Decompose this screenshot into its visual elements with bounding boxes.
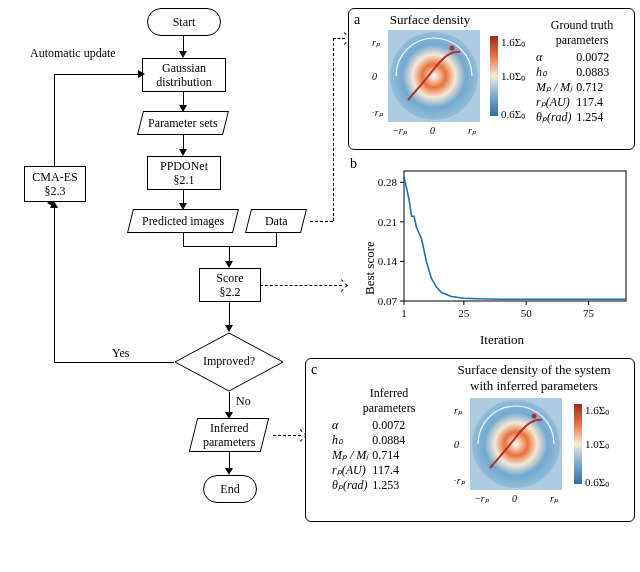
cmaes-node: CMA-ES §2.3 — [24, 166, 86, 202]
cbar-a-2: 0.6Σ₀ — [501, 108, 525, 121]
arrow — [183, 246, 277, 247]
decision-label: Improved? — [174, 354, 284, 369]
table-c: Inferred parameters α0.0072 h₀0.0884 Mₚ … — [330, 386, 448, 493]
gaussian-label: Gaussian distribution — [156, 61, 211, 90]
heatmap-a: rₚ 0 −rₚ −rₚ 0 rₚ — [372, 30, 490, 142]
heatmap-c: rₚ 0 −rₚ −rₚ 0 rₚ — [454, 398, 572, 510]
dash — [310, 221, 333, 222]
svg-text:75: 75 — [583, 307, 595, 319]
colorbar-c — [574, 404, 582, 484]
panel-c-letter: c — [311, 362, 317, 378]
params-label: Parameter sets — [148, 116, 218, 130]
arrowhead — [225, 468, 233, 475]
chart-b-ylabel: Best score — [362, 241, 378, 295]
inferred-node: Inferred parameters — [193, 419, 265, 451]
svg-text:rₚ: rₚ — [372, 37, 381, 48]
svg-text:rₚ: rₚ — [454, 405, 463, 416]
svg-text:0.21: 0.21 — [378, 216, 397, 228]
svg-text:−rₚ: −rₚ — [454, 475, 466, 486]
table-a-title: Ground truth parameters — [534, 18, 630, 48]
arrow — [229, 301, 230, 327]
start-node: Start — [147, 8, 221, 36]
gaussian-node: Gaussian distribution — [142, 58, 226, 92]
cbar-c-1: 1.0Σ₀ — [585, 438, 609, 451]
data-label: Data — [265, 214, 288, 228]
dash-arrowhead — [335, 279, 348, 292]
svg-text:0.14: 0.14 — [378, 255, 398, 267]
cbar-a-0: 1.6Σ₀ — [501, 36, 525, 49]
score-node: Score §2.2 — [199, 268, 261, 302]
svg-text:0: 0 — [372, 71, 377, 82]
svg-text:0: 0 — [512, 493, 517, 504]
auto-label: Automatic update — [30, 46, 116, 61]
svg-text:0: 0 — [430, 125, 435, 136]
panel-a-title: Surface density — [370, 12, 490, 28]
svg-text:25: 25 — [458, 307, 470, 319]
svg-point-29 — [532, 414, 537, 419]
decision-node: Improved? — [174, 332, 284, 392]
cbar-a-1: 1.0Σ₀ — [501, 70, 525, 83]
arrow — [276, 233, 277, 246]
arrow — [183, 233, 184, 246]
end-node: End — [203, 475, 257, 503]
dash — [260, 285, 342, 286]
svg-text:rₚ: rₚ — [468, 125, 477, 136]
chart-b: 0.280.210.140.07 1255075 — [370, 165, 630, 335]
colorbar-a — [490, 36, 498, 116]
start-label: Start — [173, 15, 196, 29]
svg-text:rₚ: rₚ — [550, 493, 559, 504]
table-c-title: Inferred parameters — [330, 386, 448, 416]
arrow — [229, 392, 230, 414]
ppdonet-label: PPDONet §2.1 — [160, 159, 208, 188]
svg-point-2 — [390, 32, 478, 120]
svg-point-28 — [472, 400, 560, 488]
cbar-c-2: 0.6Σ₀ — [585, 476, 609, 489]
arrowhead — [179, 149, 187, 156]
arrow — [54, 74, 55, 166]
svg-point-3 — [450, 46, 455, 51]
data-node: Data — [248, 210, 304, 232]
arrowhead-up — [50, 201, 58, 208]
yes-label: Yes — [112, 346, 129, 361]
dash-v — [333, 38, 334, 221]
table-a: Ground truth parameters α0.0072 h₀0.0883… — [534, 18, 630, 125]
pred-label: Predicted images — [142, 214, 224, 228]
arrowhead — [225, 325, 233, 332]
end-label: End — [220, 482, 239, 496]
arrow — [54, 203, 55, 363]
svg-text:−rₚ: −rₚ — [392, 125, 408, 136]
params-node: Parameter sets — [140, 112, 226, 134]
no-label: No — [236, 394, 251, 409]
inferred-label: Inferred parameters — [203, 421, 256, 450]
arrowhead — [138, 70, 145, 78]
svg-text:50: 50 — [521, 307, 533, 319]
arrowhead — [225, 261, 233, 268]
svg-text:0.28: 0.28 — [378, 176, 398, 188]
pred-node: Predicted images — [130, 210, 236, 232]
panel-c-img-title: Surface density of the system with infer… — [436, 362, 632, 394]
svg-text:0.07: 0.07 — [378, 295, 398, 307]
arrow — [54, 362, 174, 363]
cmaes-label: CMA-ES §2.3 — [32, 170, 77, 199]
score-label: Score §2.2 — [216, 271, 243, 300]
chart-b-xlabel: Iteration — [480, 332, 524, 348]
arrowhead — [179, 51, 187, 58]
panel-a-letter: a — [354, 12, 360, 28]
svg-rect-10 — [404, 171, 626, 301]
svg-text:−rₚ: −rₚ — [474, 493, 490, 504]
arrow — [54, 74, 140, 75]
ppdonet-node: PPDONet §2.1 — [147, 156, 221, 190]
cbar-c-0: 1.6Σ₀ — [585, 404, 609, 417]
panel-b-letter: b — [350, 156, 357, 172]
svg-text:0: 0 — [454, 439, 459, 450]
svg-text:−rₚ: −rₚ — [372, 107, 384, 118]
svg-text:1: 1 — [401, 307, 407, 319]
